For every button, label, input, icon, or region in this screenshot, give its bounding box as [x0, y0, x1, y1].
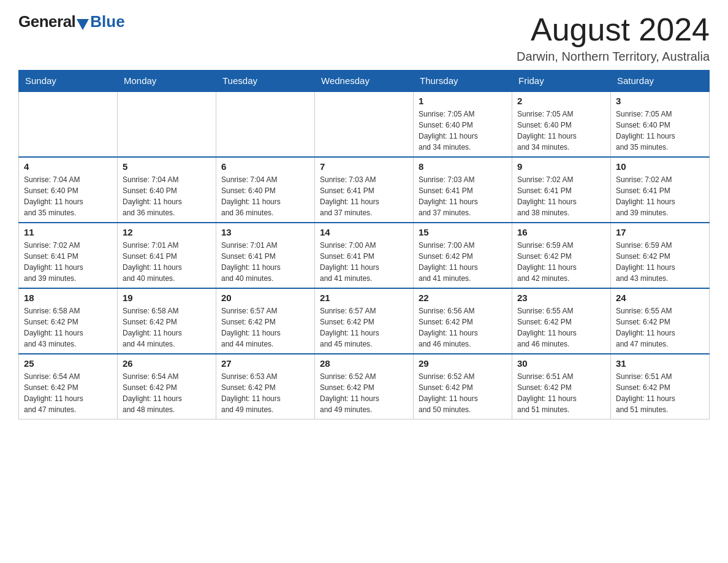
week-row-4: 18Sunrise: 6:58 AMSunset: 6:42 PMDayligh…: [19, 288, 710, 354]
day-number: 29: [419, 358, 507, 369]
table-cell: 1Sunrise: 7:05 AMSunset: 6:40 PMDaylight…: [414, 91, 512, 157]
day-info: Sunrise: 7:01 AMSunset: 6:41 PMDaylight:…: [123, 240, 211, 284]
col-sunday: Sunday: [19, 71, 118, 92]
day-number: 1: [419, 96, 507, 106]
day-info: Sunrise: 7:00 AMSunset: 6:42 PMDaylight:…: [419, 240, 507, 284]
day-number: 11: [24, 227, 112, 237]
day-info: Sunrise: 6:51 AMSunset: 6:42 PMDaylight:…: [517, 371, 605, 415]
day-number: 17: [616, 227, 704, 237]
table-cell: 23Sunrise: 6:55 AMSunset: 6:42 PMDayligh…: [512, 288, 611, 354]
day-info: Sunrise: 7:05 AMSunset: 6:40 PMDaylight:…: [616, 109, 704, 153]
day-number: 10: [616, 161, 704, 172]
title-area: August 2024 Darwin, Northern Territory, …: [517, 12, 710, 64]
day-number: 3: [616, 96, 704, 106]
table-cell: 22Sunrise: 6:56 AMSunset: 6:42 PMDayligh…: [414, 288, 512, 354]
table-cell: 9Sunrise: 7:02 AMSunset: 6:41 PMDaylight…: [512, 157, 611, 223]
day-number: 4: [24, 161, 112, 172]
calendar-header-row: Sunday Monday Tuesday Wednesday Thursday…: [19, 71, 710, 92]
col-thursday: Thursday: [414, 71, 512, 92]
day-info: Sunrise: 7:00 AMSunset: 6:41 PMDaylight:…: [320, 240, 408, 284]
day-number: 13: [221, 227, 309, 237]
table-cell: 25Sunrise: 6:54 AMSunset: 6:42 PMDayligh…: [19, 354, 118, 419]
logo-arrow-icon: [77, 19, 89, 30]
day-info: Sunrise: 6:59 AMSunset: 6:42 PMDaylight:…: [616, 240, 704, 284]
day-number: 28: [320, 358, 408, 369]
day-info: Sunrise: 6:55 AMSunset: 6:42 PMDaylight:…: [616, 305, 704, 350]
day-number: 9: [517, 161, 605, 172]
logo-blue-text: Blue: [90, 12, 124, 31]
table-cell: 6Sunrise: 7:04 AMSunset: 6:40 PMDaylight…: [216, 157, 315, 223]
day-info: Sunrise: 7:05 AMSunset: 6:40 PMDaylight:…: [517, 109, 605, 153]
day-number: 2: [517, 96, 605, 106]
table-cell: 10Sunrise: 7:02 AMSunset: 6:41 PMDayligh…: [611, 157, 710, 223]
table-cell: 11Sunrise: 7:02 AMSunset: 6:41 PMDayligh…: [19, 223, 118, 288]
day-info: Sunrise: 6:58 AMSunset: 6:42 PMDaylight:…: [123, 305, 211, 350]
table-cell: 4Sunrise: 7:04 AMSunset: 6:40 PMDaylight…: [19, 157, 118, 223]
day-info: Sunrise: 6:55 AMSunset: 6:42 PMDaylight:…: [517, 305, 605, 350]
day-number: 16: [517, 227, 605, 237]
table-cell: 13Sunrise: 7:01 AMSunset: 6:41 PMDayligh…: [216, 223, 315, 288]
table-cell: [19, 91, 118, 157]
table-cell: [216, 91, 315, 157]
table-cell: 14Sunrise: 7:00 AMSunset: 6:41 PMDayligh…: [315, 223, 414, 288]
col-wednesday: Wednesday: [315, 71, 414, 92]
day-info: Sunrise: 7:04 AMSunset: 6:40 PMDaylight:…: [221, 174, 309, 218]
month-title: August 2024: [517, 12, 710, 47]
table-cell: 24Sunrise: 6:55 AMSunset: 6:42 PMDayligh…: [611, 288, 710, 354]
location-subtitle: Darwin, Northern Territory, Australia: [517, 50, 710, 64]
day-info: Sunrise: 6:53 AMSunset: 6:42 PMDaylight:…: [221, 371, 309, 415]
week-row-3: 11Sunrise: 7:02 AMSunset: 6:41 PMDayligh…: [19, 223, 710, 288]
day-info: Sunrise: 7:04 AMSunset: 6:40 PMDaylight:…: [123, 174, 211, 218]
table-cell: 16Sunrise: 6:59 AMSunset: 6:42 PMDayligh…: [512, 223, 611, 288]
day-number: 12: [123, 227, 211, 237]
day-number: 26: [123, 358, 211, 369]
day-info: Sunrise: 6:54 AMSunset: 6:42 PMDaylight:…: [24, 371, 112, 415]
table-cell: 17Sunrise: 6:59 AMSunset: 6:42 PMDayligh…: [611, 223, 710, 288]
day-info: Sunrise: 7:03 AMSunset: 6:41 PMDaylight:…: [419, 174, 507, 218]
day-info: Sunrise: 7:04 AMSunset: 6:40 PMDaylight:…: [24, 174, 112, 218]
logo-area: General Blue: [18, 12, 125, 31]
day-number: 8: [419, 161, 507, 172]
day-info: Sunrise: 6:59 AMSunset: 6:42 PMDaylight:…: [517, 240, 605, 284]
col-saturday: Saturday: [611, 71, 710, 92]
day-number: 20: [221, 293, 309, 303]
col-monday: Monday: [118, 71, 216, 92]
table-cell: 15Sunrise: 7:00 AMSunset: 6:42 PMDayligh…: [414, 223, 512, 288]
week-row-2: 4Sunrise: 7:04 AMSunset: 6:40 PMDaylight…: [19, 157, 710, 223]
day-info: Sunrise: 6:54 AMSunset: 6:42 PMDaylight:…: [123, 371, 211, 415]
day-info: Sunrise: 7:02 AMSunset: 6:41 PMDaylight:…: [24, 240, 112, 284]
table-cell: 29Sunrise: 6:52 AMSunset: 6:42 PMDayligh…: [414, 354, 512, 419]
week-row-1: 1Sunrise: 7:05 AMSunset: 6:40 PMDaylight…: [19, 91, 710, 157]
col-tuesday: Tuesday: [216, 71, 315, 92]
week-row-5: 25Sunrise: 6:54 AMSunset: 6:42 PMDayligh…: [19, 354, 710, 419]
day-info: Sunrise: 6:57 AMSunset: 6:42 PMDaylight:…: [221, 305, 309, 350]
table-cell: 18Sunrise: 6:58 AMSunset: 6:42 PMDayligh…: [19, 288, 118, 354]
day-number: 27: [221, 358, 309, 369]
table-cell: 30Sunrise: 6:51 AMSunset: 6:42 PMDayligh…: [512, 354, 611, 419]
day-number: 18: [24, 293, 112, 303]
day-number: 15: [419, 227, 507, 237]
table-cell: 3Sunrise: 7:05 AMSunset: 6:40 PMDaylight…: [611, 91, 710, 157]
table-cell: 21Sunrise: 6:57 AMSunset: 6:42 PMDayligh…: [315, 288, 414, 354]
day-info: Sunrise: 6:51 AMSunset: 6:42 PMDaylight:…: [616, 371, 704, 415]
day-number: 25: [24, 358, 112, 369]
table-cell: [315, 91, 414, 157]
table-cell: 28Sunrise: 6:52 AMSunset: 6:42 PMDayligh…: [315, 354, 414, 419]
table-cell: 12Sunrise: 7:01 AMSunset: 6:41 PMDayligh…: [118, 223, 216, 288]
day-number: 7: [320, 161, 408, 172]
logo: General Blue: [18, 12, 125, 31]
day-info: Sunrise: 6:56 AMSunset: 6:42 PMDaylight:…: [419, 305, 507, 350]
table-cell: 2Sunrise: 7:05 AMSunset: 6:40 PMDaylight…: [512, 91, 611, 157]
calendar-table: Sunday Monday Tuesday Wednesday Thursday…: [18, 70, 710, 419]
table-cell: 19Sunrise: 6:58 AMSunset: 6:42 PMDayligh…: [118, 288, 216, 354]
col-friday: Friday: [512, 71, 611, 92]
day-number: 5: [123, 161, 211, 172]
table-cell: [118, 91, 216, 157]
day-number: 24: [616, 293, 704, 303]
header: General Blue August 2024 Darwin, Norther…: [18, 12, 710, 64]
day-info: Sunrise: 6:52 AMSunset: 6:42 PMDaylight:…: [320, 371, 408, 415]
day-number: 14: [320, 227, 408, 237]
day-number: 30: [517, 358, 605, 369]
table-cell: 5Sunrise: 7:04 AMSunset: 6:40 PMDaylight…: [118, 157, 216, 223]
day-number: 19: [123, 293, 211, 303]
